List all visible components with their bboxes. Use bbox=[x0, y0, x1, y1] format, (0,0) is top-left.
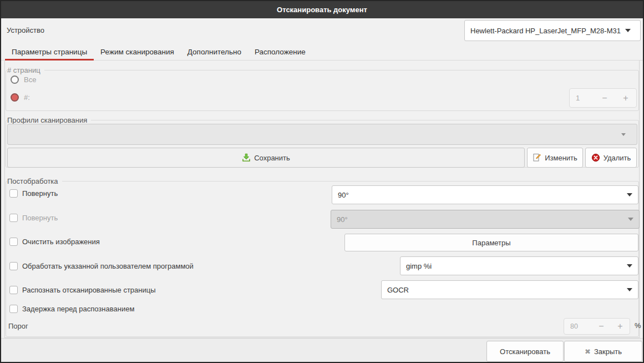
ocr-engine-value: GOCR bbox=[387, 286, 627, 294]
user-tool-dropdown[interactable]: gimp %i bbox=[400, 256, 638, 275]
device-dropdown[interactable]: Hewlett-Packard HP_LaserJet_MFP_M28-M31 bbox=[464, 20, 641, 41]
checkbox-unchecked-icon[interactable] bbox=[9, 262, 18, 270]
post-frame-title: Постобработка bbox=[7, 177, 62, 186]
rotate2-angle-value: 90° bbox=[337, 215, 628, 224]
radio-unselected-icon[interactable] bbox=[11, 75, 19, 84]
user-tool-checkbox-row[interactable]: Обработать указанной пользователем прогр… bbox=[9, 262, 194, 270]
profile-dropdown[interactable] bbox=[7, 124, 637, 145]
ocr-delay-label: Задержка перед распознаванием bbox=[22, 305, 134, 313]
checkbox-unchecked-icon[interactable] bbox=[9, 189, 18, 198]
rotate2-angle-dropdown: 90° bbox=[331, 210, 640, 229]
tab-advanced[interactable]: Дополнительно bbox=[181, 44, 248, 60]
checkbox-unchecked-icon[interactable] bbox=[9, 286, 18, 294]
decrement-icon: − bbox=[594, 93, 615, 103]
save-profile-button[interactable]: Сохранить bbox=[7, 148, 525, 168]
threshold-unit-label: % bbox=[635, 321, 641, 330]
checkbox-unchecked-icon[interactable] bbox=[9, 305, 18, 313]
delete-profile-button[interactable]: Удалить bbox=[585, 148, 637, 168]
threshold-spinner: 80 − + bbox=[564, 318, 630, 335]
clean-options-label: Параметры bbox=[472, 239, 510, 247]
chevron-down-icon bbox=[627, 288, 632, 291]
device-label: Устройство bbox=[7, 26, 44, 34]
profiles-frame: Профили сканирования Сохранить Изменить bbox=[6, 120, 639, 168]
edit-profile-label: Изменить bbox=[545, 154, 577, 162]
scan-button[interactable]: Отсканировать bbox=[486, 341, 564, 362]
chevron-down-icon bbox=[627, 193, 632, 196]
edit-profile-button[interactable]: Изменить bbox=[527, 148, 583, 168]
radio-page-number[interactable]: #: bbox=[11, 93, 30, 102]
chevron-down-icon bbox=[627, 264, 632, 268]
scan-document-dialog: Отсканировать документ Устройство Hewlet… bbox=[0, 0, 644, 363]
device-dropdown-value: Hewlett-Packard HP_LaserJet_MFP_M28-M31 bbox=[470, 27, 621, 35]
delete-profile-label: Удалить bbox=[604, 154, 631, 162]
titlebar[interactable]: Отсканировать документ bbox=[1, 1, 643, 18]
pages-frame: # страниц Все #: 1 − + bbox=[6, 70, 639, 111]
profiles-buttons-row: Сохранить Изменить Удалить bbox=[7, 148, 637, 168]
rotate-label: Повернуть bbox=[22, 189, 58, 198]
tab-bar: Параметры страницы Режим сканирования До… bbox=[1, 44, 643, 60]
chevron-down-icon bbox=[628, 218, 633, 221]
tab-position[interactable]: Расположение bbox=[248, 44, 312, 60]
clean-options-button[interactable]: Параметры bbox=[344, 234, 638, 251]
close-button-label: Закрыть bbox=[594, 347, 622, 356]
radio-number-label: #: bbox=[24, 93, 30, 102]
increment-icon: + bbox=[615, 93, 636, 103]
ocr-checkbox-row[interactable]: Распознать отсканированные страницы bbox=[9, 286, 156, 294]
threshold-value: 80 bbox=[564, 322, 592, 330]
radio-all-pages[interactable]: Все bbox=[11, 75, 36, 84]
radio-selected-icon[interactable] bbox=[11, 93, 19, 102]
save-profile-label: Сохранить bbox=[254, 154, 290, 162]
rotate-angle-value: 90° bbox=[338, 191, 627, 199]
chevron-down-icon bbox=[625, 29, 631, 32]
device-row: Устройство Hewlett-Packard HP_LaserJet_M… bbox=[1, 18, 643, 44]
checkbox-unchecked-icon[interactable] bbox=[9, 238, 18, 246]
page-count-value: 1 bbox=[570, 94, 594, 102]
clean-images-checkbox-row[interactable]: Очистить изображения bbox=[9, 238, 100, 246]
tab-scan-mode[interactable]: Режим сканирования bbox=[94, 44, 181, 60]
tab-page-options[interactable]: Параметры страницы bbox=[5, 44, 94, 60]
chevron-down-icon bbox=[621, 133, 626, 136]
rotate-checkbox-row[interactable]: Повернуть bbox=[9, 189, 58, 198]
dialog-footer: Отсканировать ✖ Закрыть bbox=[1, 338, 643, 362]
window-title: Отсканировать документ bbox=[277, 6, 367, 14]
threshold-label: Порог bbox=[8, 322, 28, 330]
ocr-label: Распознать отсканированные страницы bbox=[22, 286, 156, 294]
page-count-spinner: 1 − + bbox=[569, 88, 637, 108]
edit-icon bbox=[533, 153, 541, 162]
save-icon bbox=[242, 153, 251, 162]
ocr-engine-dropdown[interactable]: GOCR bbox=[381, 280, 638, 299]
rotate2-checkbox-row: Повернуть bbox=[9, 214, 58, 222]
rotate-angle-dropdown[interactable]: 90° bbox=[332, 185, 638, 204]
decrement-icon: − bbox=[592, 321, 611, 331]
post-processing-frame: Постобработка Повернуть 90° Повернуть 90… bbox=[6, 181, 639, 337]
user-tool-value: gimp %i bbox=[406, 262, 627, 270]
checkbox-unchecked-icon bbox=[9, 214, 18, 222]
rotate2-label: Повернуть bbox=[22, 214, 58, 222]
close-button[interactable]: ✖ Закрыть bbox=[564, 341, 642, 362]
delete-icon bbox=[591, 153, 600, 162]
increment-icon: + bbox=[611, 321, 630, 331]
close-icon: ✖ bbox=[585, 347, 591, 356]
ocr-delay-checkbox-row[interactable]: Задержка перед распознаванием bbox=[9, 305, 134, 313]
radio-all-label: Все bbox=[24, 75, 36, 84]
pages-frame-title: # страниц bbox=[7, 65, 44, 75]
scan-button-label: Отсканировать bbox=[500, 347, 550, 356]
user-tool-label: Обработать указанной пользователем прогр… bbox=[22, 262, 194, 270]
clean-images-label: Очистить изображения bbox=[22, 238, 100, 246]
